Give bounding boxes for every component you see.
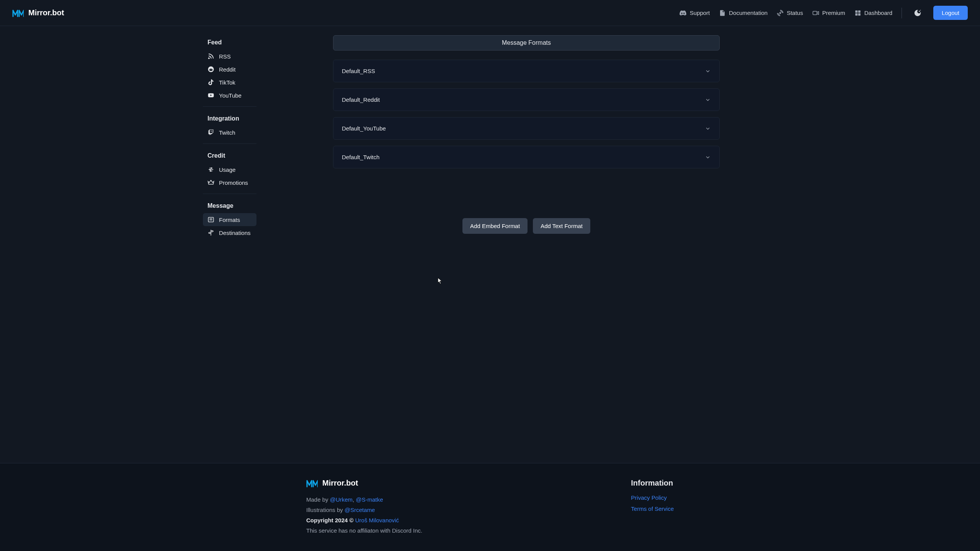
- format-name: Default_YouTube: [342, 125, 386, 132]
- logout-button[interactable]: Logout: [933, 6, 968, 20]
- add-embed-format-button[interactable]: Add Embed Format: [462, 218, 528, 234]
- sidebar-item-label: Promotions: [219, 179, 248, 186]
- privacy-policy-link[interactable]: Privacy Policy: [631, 494, 674, 501]
- disclaimer-line: This service has no affiliaton with Disc…: [306, 525, 422, 536]
- sidebar-item-label: Destinations: [219, 230, 251, 236]
- dashboard-icon: [854, 10, 861, 16]
- nav-documentation[interactable]: Documentation: [719, 10, 768, 16]
- theme-toggle[interactable]: [911, 7, 924, 20]
- copyright-name-link[interactable]: Uroš Milovanović: [355, 517, 399, 523]
- nav-premium[interactable]: Premium: [812, 10, 845, 16]
- svg-point-19: [210, 171, 211, 171]
- svg-point-18: [211, 168, 212, 168]
- sidebar-item-destinations[interactable]: Destinations: [203, 226, 256, 239]
- chevron-down-icon: [705, 126, 711, 132]
- sidebar-item-promotions[interactable]: Promotions: [203, 176, 256, 189]
- copyright-line: Copyright 2024 © Uroš Milovanović: [306, 515, 422, 525]
- illustrator-link[interactable]: @Srcetame: [345, 507, 375, 513]
- sidebar-item-tiktok[interactable]: TikTok: [203, 76, 256, 89]
- nav-label: Dashboard: [864, 10, 892, 16]
- svg-rect-4: [855, 13, 858, 15]
- nav-support[interactable]: Support: [679, 9, 710, 17]
- sidebar-item-label: Twitch: [219, 129, 235, 136]
- author-link-2[interactable]: @S-matke: [356, 496, 383, 503]
- sidebar-heading-credit: Credit: [203, 148, 256, 163]
- signpost-icon: [207, 229, 214, 236]
- format-name: Default_RSS: [342, 68, 375, 74]
- svg-point-13: [212, 69, 212, 70]
- discord-icon: [679, 9, 687, 17]
- sidebar-divider: [203, 106, 256, 107]
- svg-point-7: [920, 12, 921, 13]
- radar-icon: [777, 10, 784, 16]
- sidebar-item-label: YouTube: [219, 92, 242, 99]
- format-item-rss[interactable]: Default_RSS: [333, 60, 720, 82]
- svg-point-0: [780, 12, 781, 13]
- logo-icon: [306, 479, 318, 487]
- sidebar-item-reddit[interactable]: Reddit: [203, 63, 256, 76]
- add-text-format-button[interactable]: Add Text Format: [533, 218, 590, 234]
- svg-point-11: [209, 69, 213, 71]
- sidebar-item-formats[interactable]: Formats: [203, 213, 256, 226]
- sidebar: Feed RSS: [184, 35, 256, 432]
- usage-icon: [207, 166, 214, 173]
- made-by-line: Made by @Urkem, @S-matke: [306, 494, 422, 505]
- tab-message-formats[interactable]: Message Formats: [333, 35, 720, 51]
- nav-label: Support: [690, 10, 710, 16]
- sidebar-item-label: Formats: [219, 217, 240, 223]
- document-icon: [719, 10, 726, 16]
- sidebar-item-rss[interactable]: RSS: [203, 50, 256, 63]
- formats-icon: [207, 216, 214, 223]
- footer-logo[interactable]: Mirror.bot: [306, 479, 422, 487]
- svg-rect-2: [855, 10, 858, 13]
- sidebar-item-label: TikTok: [219, 79, 235, 86]
- nav-status[interactable]: Status: [777, 10, 803, 16]
- footer-info-heading: Information: [631, 479, 674, 487]
- main-content: Message Formats Default_RSS Default_Redd…: [333, 35, 720, 432]
- premium-icon: [812, 10, 819, 16]
- chevron-down-icon: [705, 154, 711, 160]
- rss-icon: [207, 53, 214, 60]
- sidebar-item-label: Reddit: [219, 66, 235, 73]
- sidebar-divider: [203, 194, 256, 194]
- tiktok-icon: [207, 79, 214, 86]
- author-link-1[interactable]: @Urkem: [330, 496, 353, 503]
- nav-label: Premium: [822, 10, 845, 16]
- chevron-down-icon: [705, 97, 711, 103]
- sidebar-item-label: Usage: [219, 166, 235, 173]
- sidebar-heading-integration: Integration: [203, 111, 256, 126]
- terms-of-service-link[interactable]: Terms of Service: [631, 505, 674, 512]
- svg-rect-3: [858, 10, 860, 13]
- brand-name: Mirror.bot: [322, 479, 358, 487]
- sidebar-item-usage[interactable]: Usage: [203, 163, 256, 176]
- svg-point-9: [209, 58, 209, 59]
- sidebar-heading-feed: Feed: [203, 35, 256, 50]
- footer: Mirror.bot Made by @Urkem, @S-matke Illu…: [0, 463, 980, 551]
- svg-rect-5: [858, 13, 860, 15]
- nav-label: Documentation: [729, 10, 768, 16]
- sidebar-divider: [203, 143, 256, 144]
- svg-point-8: [920, 10, 921, 10]
- theme-icon: [913, 9, 922, 17]
- sidebar-item-youtube[interactable]: YouTube: [203, 89, 256, 102]
- crown-icon: [207, 179, 214, 186]
- format-name: Default_Twitch: [342, 154, 379, 160]
- brand-name: Mirror.bot: [28, 8, 64, 17]
- format-name: Default_Reddit: [342, 96, 380, 103]
- nav-dashboard[interactable]: Dashboard: [854, 10, 892, 16]
- svg-point-6: [919, 11, 920, 12]
- sidebar-item-label: RSS: [219, 53, 231, 60]
- chevron-down-icon: [705, 68, 711, 74]
- logo[interactable]: Mirror.bot: [12, 8, 64, 17]
- format-item-twitch[interactable]: Default_Twitch: [333, 146, 720, 168]
- sidebar-item-twitch[interactable]: Twitch: [203, 126, 256, 139]
- nav-divider: [902, 8, 902, 18]
- format-item-youtube[interactable]: Default_YouTube: [333, 117, 720, 140]
- nav-label: Status: [787, 10, 803, 16]
- format-item-reddit[interactable]: Default_Reddit: [333, 88, 720, 111]
- header-nav: Support Documentation Status: [679, 6, 968, 20]
- sidebar-heading-message: Message: [203, 199, 256, 213]
- illustrations-line: Illustrations by @Srcetame: [306, 505, 422, 515]
- youtube-icon: [207, 92, 214, 99]
- logo-icon: [12, 9, 24, 17]
